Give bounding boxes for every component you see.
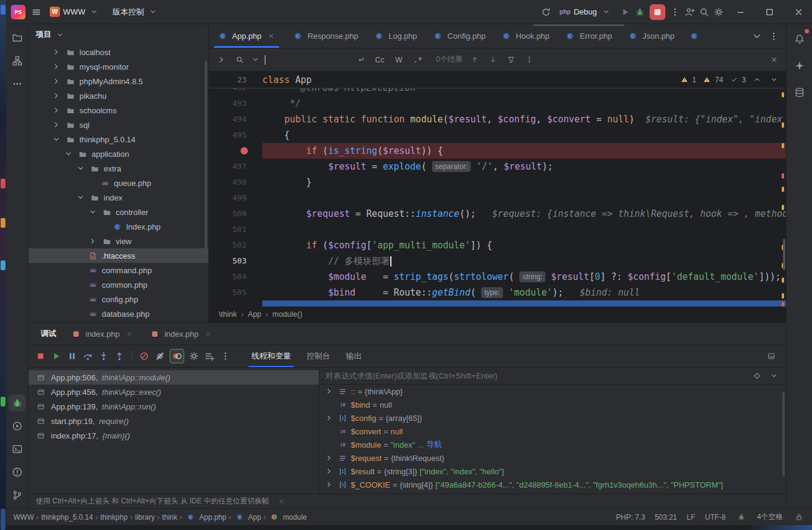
close-button[interactable] bbox=[785, 0, 812, 24]
php-version[interactable]: PHP: 7.3 bbox=[616, 513, 645, 522]
pause-icon[interactable] bbox=[66, 350, 78, 362]
gutter-495[interactable]: 495 bbox=[209, 127, 262, 143]
debug-icon[interactable] bbox=[634, 6, 646, 18]
minimize-button[interactable] bbox=[727, 0, 754, 24]
inspection-mark[interactable] bbox=[782, 143, 784, 148]
chevron-down-icon[interactable] bbox=[76, 164, 85, 173]
watch-history-icon[interactable] bbox=[768, 370, 780, 382]
status-crumb-WWW[interactable]: WWW bbox=[13, 513, 34, 522]
variable-row[interactable]: 10$bind = null bbox=[319, 398, 786, 411]
run-to-cursor-icon[interactable] bbox=[138, 350, 150, 362]
prev-match-icon[interactable] bbox=[469, 54, 481, 66]
view-tab-控制台[interactable]: 控制台 bbox=[299, 345, 338, 367]
tree-item-queue.php[interactable]: phpqueue.php bbox=[28, 176, 208, 190]
error-stripe[interactable] bbox=[779, 88, 786, 306]
status-crumb-library[interactable]: library bbox=[135, 513, 155, 522]
breakpoint-icon[interactable] bbox=[241, 147, 248, 154]
breadcrumb-module()[interactable]: module() bbox=[272, 310, 302, 319]
gutter-494[interactable]: 494 bbox=[209, 111, 262, 127]
close-tab-icon[interactable] bbox=[265, 30, 277, 42]
debug-tab-index.php[interactable]: index.php bbox=[142, 323, 220, 345]
line-separator[interactable]: LF bbox=[687, 513, 695, 522]
settings-icon[interactable] bbox=[713, 6, 725, 18]
close-hint-icon[interactable] bbox=[275, 495, 287, 508]
sticky-line[interactable]: 23 class App 1743 bbox=[209, 71, 786, 88]
indent-style[interactable]: 4个空格 bbox=[757, 512, 783, 522]
ai-assistant-icon[interactable] bbox=[791, 57, 808, 74]
xdebug-status-icon[interactable] bbox=[735, 511, 747, 523]
git-tool-icon[interactable] bbox=[8, 486, 25, 503]
more-tool-icon[interactable] bbox=[8, 75, 25, 92]
tree-item-sql[interactable]: sql bbox=[28, 118, 208, 132]
debugger-settings-icon[interactable] bbox=[188, 350, 200, 362]
status-crumb-App.php[interactable]: CApp.php bbox=[185, 511, 227, 523]
frame-row[interactable]: index.php:17, {main}() bbox=[28, 428, 319, 443]
variable-row[interactable]: 10$convert = null bbox=[319, 425, 786, 438]
tree-item-command.php[interactable]: phpcommand.php bbox=[28, 263, 208, 277]
stop-debug-icon[interactable] bbox=[35, 350, 47, 362]
inspection-mark[interactable] bbox=[782, 92, 784, 98]
status-crumb-thinkphp[interactable]: thinkphp bbox=[100, 513, 127, 522]
resume-icon[interactable] bbox=[50, 350, 62, 362]
variable-row[interactable]: :: = {think\App} bbox=[319, 385, 786, 398]
project-tool-icon[interactable] bbox=[8, 29, 25, 46]
expand-search-icon[interactable] bbox=[215, 54, 227, 66]
frame-row[interactable]: start.php:19, require() bbox=[28, 414, 319, 428]
tree-item-mysql-monitor[interactable]: mysql-monitor bbox=[28, 59, 208, 74]
project-widget[interactable]: W WWW bbox=[45, 4, 105, 21]
tab-list-icon[interactable] bbox=[751, 30, 763, 42]
variable-row[interactable]: $_COOKIE = {string[4]} ["49a6a847-b266-4… bbox=[319, 478, 786, 491]
add-watch-icon[interactable] bbox=[204, 350, 216, 362]
chevron-down-icon[interactable] bbox=[54, 28, 66, 41]
search-options-icon[interactable] bbox=[524, 54, 536, 66]
inspection-mark[interactable] bbox=[782, 205, 784, 210]
inspection-warning[interactable]: 74 bbox=[701, 74, 723, 86]
chevron-right-icon[interactable] bbox=[324, 468, 334, 475]
status-crumb-module[interactable]: module bbox=[268, 511, 307, 523]
chevron-down-icon[interactable] bbox=[64, 149, 73, 159]
tree-item-view[interactable]: view bbox=[28, 234, 208, 248]
file-encoding[interactable]: UTF-8 bbox=[705, 513, 725, 522]
frame-row[interactable]: App.php:506, think\App::module() bbox=[28, 370, 319, 385]
inspection-ok[interactable]: 3 bbox=[728, 74, 746, 86]
tree-item-config.php[interactable]: phpconfig.php bbox=[28, 292, 208, 306]
next-problem-icon[interactable] bbox=[768, 74, 780, 86]
tree-item-pikachu[interactable]: pikachu bbox=[28, 88, 208, 103]
inspection-mark[interactable] bbox=[782, 122, 784, 128]
chevron-right-icon[interactable] bbox=[324, 388, 334, 395]
chevron-right-icon[interactable] bbox=[52, 105, 61, 115]
step-into-icon[interactable] bbox=[98, 350, 110, 362]
tree-item-.htaccess[interactable]: .htaccess bbox=[28, 248, 208, 263]
database-icon[interactable] bbox=[791, 84, 808, 101]
watch-bar[interactable]: 对表达式求值(Enter)或添加监视(Ctrl+Shift+Enter) bbox=[319, 368, 786, 385]
close-session-icon[interactable] bbox=[123, 328, 135, 340]
tree-item-index[interactable]: index bbox=[28, 190, 208, 205]
gutter-505[interactable]: 505 bbox=[209, 285, 262, 300]
chevron-right-icon[interactable] bbox=[52, 120, 61, 130]
chevron-right-icon[interactable] bbox=[52, 91, 61, 101]
tree-item-localhost[interactable]: localhost bbox=[28, 45, 208, 59]
words-toggle[interactable]: W bbox=[393, 55, 405, 65]
inline-watch-icon[interactable] bbox=[751, 370, 763, 382]
next-match-icon[interactable] bbox=[487, 54, 499, 66]
search-input[interactable] bbox=[233, 54, 348, 66]
close-search-icon[interactable] bbox=[768, 54, 780, 66]
step-out-icon[interactable] bbox=[113, 350, 125, 362]
match-case-toggle[interactable]: Cc bbox=[373, 55, 387, 65]
caret-position[interactable]: 503:21 bbox=[655, 513, 677, 522]
status-crumb-think[interactable]: think bbox=[162, 513, 177, 522]
debug-tab-index.php[interactable]: index.php bbox=[64, 323, 141, 345]
tab-Error.php[interactable]: CError.php bbox=[557, 24, 619, 48]
chevron-right-icon[interactable] bbox=[324, 414, 334, 422]
tree-item-controller[interactable]: controller bbox=[28, 205, 208, 219]
inspection-warning[interactable]: 1 bbox=[678, 74, 696, 86]
lock-icon[interactable] bbox=[793, 511, 805, 523]
stop-button[interactable] bbox=[650, 4, 665, 20]
rerun-debug-icon[interactable] bbox=[540, 6, 552, 18]
view-breakpoints-icon[interactable] bbox=[170, 349, 184, 363]
gutter-496[interactable] bbox=[209, 143, 262, 159]
debug-tool-icon[interactable] bbox=[8, 394, 25, 411]
variable-row[interactable]: $config = {array[65]} bbox=[319, 411, 786, 425]
editor-scrollbar[interactable] bbox=[783, 239, 785, 270]
maximize-button[interactable] bbox=[756, 0, 783, 24]
